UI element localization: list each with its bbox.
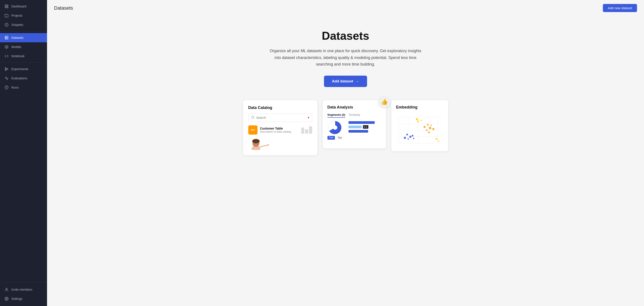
catalog-info: Customer Table Description of data catal…: [260, 127, 298, 133]
sidebar-item-notebook[interactable]: Notebook: [0, 52, 47, 61]
folder-icon: [4, 13, 9, 18]
embedding-card: Embedding: [391, 100, 448, 151]
svg-point-33: [427, 124, 429, 126]
evaluations-icon: [4, 76, 9, 80]
svg-point-19: [252, 139, 260, 143]
hero-description: Organize all your ML datasets in one pla…: [269, 48, 422, 68]
svg-line-10: [6, 68, 7, 69]
data-analysis-card: 👍 Data Analysis Segments (2) Similarity: [323, 100, 386, 148]
svg-point-35: [426, 129, 428, 131]
hero-title: Datasets: [322, 29, 369, 42]
catalog-bars: [301, 126, 312, 134]
character-illustration: [248, 137, 272, 150]
svg-rect-0: [5, 5, 6, 6]
test-label: Test: [336, 136, 343, 140]
svg-point-43: [404, 137, 406, 139]
svg-point-32: [424, 126, 426, 128]
add-dataset-cta-button[interactable]: Add dataset →: [324, 76, 367, 87]
sidebar-item-datasets[interactable]: Datasets: [0, 33, 47, 42]
svg-point-41: [408, 138, 409, 140]
svg-point-21: [333, 125, 337, 130]
svg-point-14: [6, 298, 7, 299]
sidebar: Dashboard Projects Snippets Datasets: [0, 0, 47, 306]
train-label: Train: [328, 136, 335, 140]
svg-point-39: [406, 134, 408, 135]
bar-1: [301, 127, 304, 134]
sidebar-item-dashboard[interactable]: Dashboard: [0, 2, 47, 11]
sidebar-item-models[interactable]: Models: [0, 42, 47, 52]
thumbs-up-badge: 👍: [379, 96, 390, 108]
cta-arrow: →: [356, 79, 359, 84]
bar-fill-3: [348, 130, 368, 133]
svg-line-16: [254, 118, 254, 119]
main-content: Datasets Add new dataset Datasets Organi…: [47, 0, 644, 306]
tab-segments[interactable]: Segments (2): [328, 113, 346, 118]
catalog-search-bar[interactable]: ▾: [248, 113, 312, 122]
svg-point-47: [416, 118, 418, 120]
sidebar-item-evaluations[interactable]: Evaluations: [0, 74, 47, 83]
sidebar-item-label: Models: [12, 45, 21, 49]
add-new-dataset-button[interactable]: Add new dataset: [603, 4, 637, 12]
sidebar-divider-2: [0, 62, 47, 63]
invite-icon: [4, 287, 9, 292]
tab-similarity[interactable]: Similarity: [349, 113, 360, 118]
svg-point-46: [421, 120, 422, 121]
svg-point-42: [412, 135, 414, 136]
page-title: Datasets: [54, 5, 73, 11]
svg-rect-3: [7, 7, 8, 8]
embedding-card-title: Embedding: [396, 105, 444, 110]
cta-label: Add dataset: [332, 79, 353, 84]
svg-point-36: [430, 125, 432, 126]
svg-point-48: [436, 138, 438, 140]
bar-fill-2: [348, 126, 362, 128]
sidebar-item-experiments[interactable]: Experiments: [0, 64, 47, 74]
model-icon: [4, 45, 9, 49]
hero-section: Datasets Organize all your ML datasets i…: [47, 16, 644, 96]
segment-labels: Train Test: [328, 136, 344, 140]
analysis-card-title: Data Analysis: [328, 105, 381, 110]
svg-point-38: [428, 131, 430, 133]
sidebar-item-label: Invite members: [12, 288, 32, 291]
analysis-tabs: Segments (2) Similarity: [328, 113, 381, 118]
sidebar-item-settings[interactable]: Settings: [0, 294, 47, 303]
svg-point-45: [417, 120, 419, 122]
sidebar-bottom: Invite members Settings: [0, 282, 47, 306]
svg-point-8: [7, 69, 8, 70]
sidebar-item-label: Evaluations: [12, 77, 27, 80]
sidebar-item-runs[interactable]: Runs: [0, 83, 47, 92]
sidebar-item-label: Runs: [12, 86, 18, 89]
catalog-card-title: Data Catalog: [248, 105, 312, 110]
bar-row-1: [348, 121, 381, 124]
character-area: [248, 134, 312, 150]
catalog-search-input[interactable]: [256, 116, 306, 119]
sidebar-item-label: Projects: [12, 14, 22, 17]
embedding-chart: [396, 115, 444, 145]
sidebar-nav: Dashboard Projects Snippets Datasets: [0, 0, 47, 282]
sidebar-item-label: Experiments: [12, 67, 28, 71]
sidebar-item-label: Settings: [12, 297, 22, 300]
catalog-table-name: Customer Table: [260, 127, 298, 130]
sidebar-divider: [0, 31, 47, 31]
cards-section: Data Catalog ▾ aws Customer Table Descri…: [47, 96, 644, 164]
sidebar-item-label: Dashboard: [12, 5, 26, 8]
table-icon: [4, 36, 9, 40]
bar-fill-1: [348, 121, 375, 124]
bar-3: [309, 126, 312, 134]
svg-point-44: [413, 138, 414, 139]
svg-point-49: [438, 140, 440, 142]
grid-icon: [4, 4, 9, 9]
edit-icon: [4, 23, 9, 27]
sidebar-item-label: Datasets: [12, 36, 24, 40]
sidebar-item-projects[interactable]: Projects: [0, 11, 47, 20]
catalog-table-desc: Description of data catalog: [260, 130, 298, 133]
data-catalog-card: Data Catalog ▾ aws Customer Table Descri…: [243, 100, 318, 155]
svg-point-20: [267, 144, 269, 146]
sidebar-item-invite[interactable]: Invite members: [0, 285, 47, 294]
code-icon: [4, 54, 9, 58]
filter-icon[interactable]: ▾: [308, 115, 309, 120]
top-bar: Datasets Add new dataset: [47, 0, 644, 16]
sidebar-item-snippets[interactable]: Snippets: [0, 20, 47, 29]
pie-chart: Train Test: [328, 120, 343, 135]
sidebar-item-label: Snippets: [12, 23, 23, 27]
svg-point-40: [409, 136, 412, 138]
